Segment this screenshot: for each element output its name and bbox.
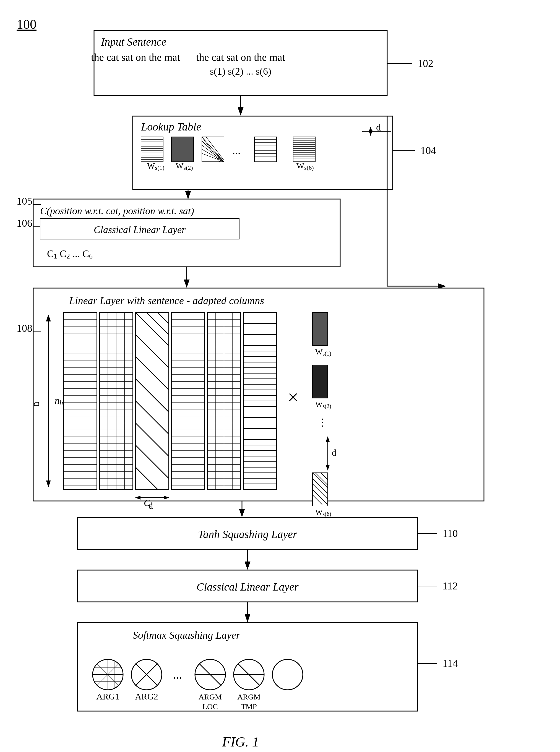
svg-line-155 bbox=[136, 401, 169, 434]
svg-rect-279 bbox=[77, 623, 418, 711]
svg-text:d: d bbox=[332, 448, 336, 458]
svg-text:112: 112 bbox=[442, 580, 458, 592]
svg-rect-269 bbox=[77, 517, 418, 549]
svg-text:Lookup Table: Lookup Table bbox=[141, 121, 201, 133]
svg-line-264 bbox=[313, 495, 322, 505]
svg-line-142 bbox=[0, 312, 169, 501]
svg-line-260 bbox=[313, 473, 328, 488]
svg-line-148 bbox=[113, 312, 169, 368]
svg-text:114: 114 bbox=[442, 657, 458, 669]
svg-text:Input Sentence: Input Sentence bbox=[101, 36, 166, 48]
svg-text:Classical Linear Layer: Classical Linear Layer bbox=[94, 224, 186, 235]
svg-text:C1  C2       ...         C6: C1 C2 ... C6 bbox=[47, 248, 93, 260]
svg-line-154 bbox=[136, 379, 169, 412]
svg-line-266 bbox=[321, 473, 328, 480]
svg-rect-30 bbox=[172, 137, 194, 162]
svg-rect-161 bbox=[172, 312, 205, 489]
svg-text:the cat sat on the mat: the cat sat on the mat bbox=[91, 52, 180, 63]
svg-text:110: 110 bbox=[442, 528, 458, 539]
svg-text:Ws(1): Ws(1) bbox=[315, 347, 331, 357]
svg-line-149 bbox=[136, 312, 169, 346]
svg-point-298 bbox=[195, 659, 225, 690]
svg-line-295 bbox=[136, 664, 158, 686]
svg-line-152 bbox=[136, 334, 169, 368]
svg-point-308 bbox=[273, 659, 303, 690]
svg-text:FIG. 1: FIG. 1 bbox=[222, 734, 259, 750]
svg-line-304 bbox=[238, 664, 260, 686]
svg-line-262 bbox=[313, 484, 328, 499]
svg-line-150 bbox=[146, 312, 169, 334]
svg-line-34 bbox=[202, 141, 224, 162]
svg-text:⋮: ⋮ bbox=[318, 417, 327, 428]
svg-line-286 bbox=[97, 664, 119, 685]
svg-line-146 bbox=[69, 312, 169, 412]
svg-text:n: n bbox=[31, 402, 41, 406]
svg-rect-32 bbox=[202, 137, 224, 162]
svg-text:106: 106 bbox=[17, 217, 32, 229]
svg-text:Linear Layer with sentence - a: Linear Layer with sentence - adapted col… bbox=[69, 295, 264, 306]
svg-text:Ws(1): Ws(1) bbox=[147, 161, 164, 171]
svg-line-35 bbox=[202, 145, 224, 162]
svg-text:nhu: nhu bbox=[55, 395, 67, 407]
svg-text:C(position w.r.t. cat, positio: C(position w.r.t. cat, position w.r.t. s… bbox=[40, 205, 194, 217]
svg-text:ARG1: ARG1 bbox=[96, 691, 119, 702]
svg-line-159 bbox=[136, 489, 158, 511]
svg-text:102: 102 bbox=[418, 58, 433, 69]
svg-text:Ws(6): Ws(6) bbox=[315, 508, 331, 517]
svg-text:Softmax Squashing Layer: Softmax Squashing Layer bbox=[133, 629, 240, 641]
svg-text:ARG2: ARG2 bbox=[135, 691, 158, 702]
svg-rect-50 bbox=[293, 137, 315, 162]
svg-text:Ws(6): Ws(6) bbox=[297, 161, 314, 171]
svg-rect-67 bbox=[33, 199, 340, 267]
svg-line-265 bbox=[315, 473, 328, 485]
svg-text:d: d bbox=[148, 501, 153, 511]
svg-line-158 bbox=[136, 467, 169, 501]
svg-line-38 bbox=[202, 137, 220, 162]
svg-rect-77 bbox=[33, 288, 484, 501]
svg-line-299 bbox=[199, 664, 221, 686]
svg-rect-41 bbox=[255, 137, 277, 162]
svg-point-303 bbox=[234, 659, 264, 690]
diagram-number: 100 bbox=[17, 17, 37, 32]
svg-rect-139 bbox=[136, 312, 169, 489]
svg-text:Ws(2): Ws(2) bbox=[315, 400, 331, 409]
svg-rect-187 bbox=[207, 312, 241, 489]
svg-line-144 bbox=[25, 312, 169, 456]
svg-rect-253 bbox=[313, 365, 328, 398]
diagram: 100 Input Sentence the cat sat on the ma… bbox=[0, 0, 560, 752]
svg-rect-69 bbox=[40, 218, 239, 239]
svg-text:Ws(2): Ws(2) bbox=[176, 161, 193, 171]
svg-text:Tanh Squashing Layer: Tanh Squashing Layer bbox=[198, 528, 297, 541]
svg-text:s(1)  s(2)   ...   s(6): s(1) s(2) ... s(6) bbox=[210, 66, 271, 77]
svg-text:ARGM: ARGM bbox=[199, 693, 222, 701]
svg-line-287 bbox=[97, 664, 119, 685]
svg-text:...: ... bbox=[232, 144, 241, 157]
svg-text:Ci: Ci bbox=[144, 497, 152, 508]
svg-line-33 bbox=[202, 137, 224, 162]
svg-text:d: d bbox=[376, 122, 381, 133]
svg-text:108: 108 bbox=[17, 322, 32, 334]
svg-line-39 bbox=[206, 137, 224, 160]
svg-rect-140 bbox=[136, 312, 169, 489]
svg-line-145 bbox=[47, 312, 169, 434]
svg-line-261 bbox=[313, 478, 328, 493]
svg-line-143 bbox=[3, 312, 169, 478]
svg-text:105: 105 bbox=[17, 195, 32, 207]
svg-point-283 bbox=[93, 659, 123, 690]
svg-rect-110 bbox=[100, 312, 133, 489]
svg-line-157 bbox=[136, 445, 169, 478]
svg-text:LOC: LOC bbox=[202, 702, 218, 711]
svg-line-263 bbox=[313, 489, 328, 505]
svg-line-141 bbox=[0, 312, 169, 523]
svg-rect-216 bbox=[243, 312, 277, 489]
svg-line-147 bbox=[91, 312, 169, 390]
svg-text:the cat sat on the mat: the cat sat on the mat bbox=[196, 52, 285, 63]
svg-line-294 bbox=[136, 664, 158, 686]
svg-line-37 bbox=[202, 154, 224, 162]
svg-point-293 bbox=[132, 659, 162, 690]
svg-rect-251 bbox=[313, 312, 328, 346]
svg-line-153 bbox=[136, 357, 169, 390]
svg-text:TMP: TMP bbox=[241, 702, 257, 711]
svg-text:ARGM: ARGM bbox=[237, 693, 260, 701]
svg-line-36 bbox=[202, 149, 224, 162]
